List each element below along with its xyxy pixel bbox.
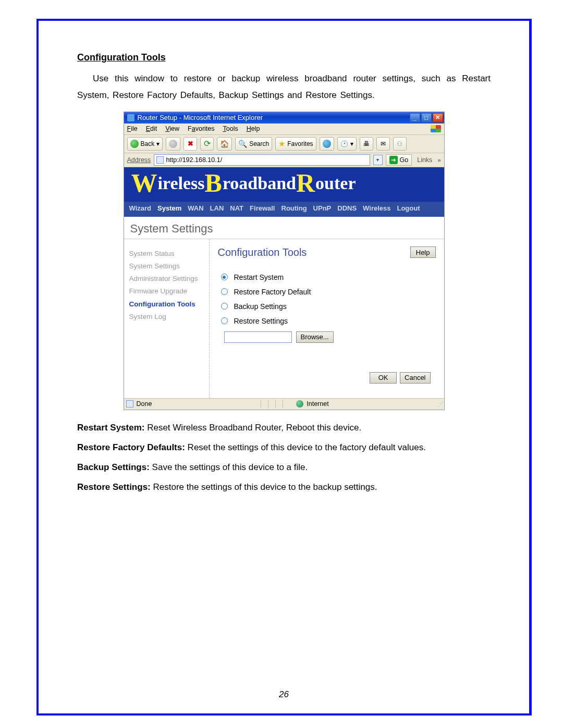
search-button[interactable]: 🔍 Search <box>235 137 272 151</box>
sidebar-item-log[interactable]: System Log <box>129 311 204 323</box>
links-expand-icon[interactable]: » <box>437 157 440 163</box>
option-factory-label: Restore Factory Default <box>234 288 311 296</box>
def-factory-t: Reset the settings of this device to the… <box>185 442 426 452</box>
router-page: W ireless B roadband R outer Wizard Syst… <box>124 167 444 398</box>
menu-file[interactable]: File <box>127 125 138 132</box>
close-button[interactable]: ✕ <box>433 113 443 122</box>
tab-nat[interactable]: NAT <box>230 204 243 212</box>
messenger-icon: ⚇ <box>397 140 402 147</box>
tab-lan[interactable]: LAN <box>210 204 224 212</box>
sidebar-item-admin[interactable]: Administrator Settings <box>129 273 204 285</box>
option-factory[interactable]: Restore Factory Default <box>221 285 436 299</box>
banner-cap-r: R <box>296 172 315 193</box>
browser-window: Router Setup - Microsoft Internet Explor… <box>124 112 445 410</box>
windows-flag-icon <box>431 125 441 132</box>
def-restart-t: Reset Wireless Broadband Router, Reboot … <box>144 423 361 433</box>
back-button[interactable]: Back ▾ <box>127 137 163 151</box>
go-label: Go <box>400 156 409 164</box>
cancel-button[interactable]: Cancel <box>400 372 430 384</box>
links-label[interactable]: Links <box>415 156 434 164</box>
ie-icon <box>127 114 134 121</box>
address-label: Address <box>127 156 151 164</box>
globe-icon <box>296 400 303 408</box>
stop-button[interactable]: ✖ <box>183 137 197 151</box>
radio-restart[interactable] <box>221 274 228 280</box>
history-button[interactable]: 🕑▾ <box>337 137 357 151</box>
sidebar-item-config[interactable]: Configuration Tools <box>129 298 204 311</box>
menu-favorites[interactable]: Favorites <box>188 125 214 132</box>
refresh-button[interactable]: ⟳ <box>200 137 214 151</box>
option-restore[interactable]: Restore Settings <box>221 314 436 328</box>
sidebar-item-firmware[interactable]: Firmware Upgrade <box>129 285 204 298</box>
favorites-button[interactable]: ★ Favorites <box>275 137 316 151</box>
help-button[interactable]: Help <box>410 246 436 258</box>
mail-icon: ✉ <box>381 140 386 147</box>
maximize-button[interactable]: □ <box>421 113 432 122</box>
back-label: Back <box>141 140 155 147</box>
page-heading: System Settings <box>124 217 444 239</box>
status-text: Done <box>137 400 152 408</box>
tab-routing[interactable]: Routing <box>282 204 307 212</box>
address-url: http://192.168.10.1/ <box>166 156 222 164</box>
menu-view[interactable]: View <box>165 125 179 132</box>
mail-button[interactable]: ✉ <box>376 137 390 151</box>
restore-file-input[interactable] <box>224 331 292 343</box>
intro-text: Use this window to restore or backup wir… <box>77 70 491 104</box>
tab-ddns[interactable]: DDNS <box>337 204 357 212</box>
chevron-down-icon: ▾ <box>156 140 160 147</box>
tab-wizard[interactable]: Wizard <box>129 204 152 212</box>
tab-firewall[interactable]: Firewall <box>250 204 275 212</box>
search-icon: 🔍 <box>238 140 247 148</box>
sidebar: System Status System Settings Administra… <box>124 239 210 398</box>
menu-help[interactable]: Help <box>247 125 260 132</box>
forward-button[interactable] <box>166 137 180 151</box>
address-input[interactable]: http://192.168.10.1/ <box>154 154 370 166</box>
forward-icon <box>169 140 177 148</box>
option-restart[interactable]: Restart System <box>221 270 436 285</box>
tab-system[interactable]: System <box>157 204 181 212</box>
toolbar: Back ▾ ✖ ⟳ 🏠 🔍 Search ★ Favorites 🕑▾ 🖶 ✉… <box>124 135 444 153</box>
media-button[interactable] <box>320 137 334 151</box>
option-backup[interactable]: Backup Settings <box>221 299 436 314</box>
go-button[interactable]: ➔ Go <box>386 154 412 166</box>
address-bar: Address http://192.168.10.1/ ▾ ➔ Go Link… <box>124 153 444 167</box>
home-button[interactable]: 🏠 <box>217 137 232 151</box>
status-page-icon <box>126 400 133 408</box>
radio-backup[interactable] <box>221 303 228 310</box>
content-title: Configuration Tools <box>218 246 307 258</box>
section-title: Configuration Tools <box>77 52 491 63</box>
resize-grip-icon: ⋰ <box>438 401 442 407</box>
sidebar-item-settings[interactable]: System Settings <box>129 260 204 273</box>
window-title: Router Setup - Microsoft Internet Explor… <box>138 114 263 121</box>
messenger-button[interactable]: ⚇ <box>393 137 407 151</box>
browse-button[interactable]: Browse... <box>296 331 334 343</box>
print-button[interactable]: 🖶 <box>360 137 373 151</box>
router-nav: Wizard System WAN LAN NAT Firewall Routi… <box>124 202 444 217</box>
address-dropdown-button[interactable]: ▾ <box>373 155 383 165</box>
ok-button[interactable]: OK <box>370 372 397 384</box>
printer-icon: 🖶 <box>363 140 370 147</box>
def-factory-b: Restore Factory Defaults: <box>77 442 185 452</box>
menu-bar: File Edit View Favorites Tools Help <box>124 124 444 135</box>
def-backup-t: Save the settings of this device to a fi… <box>150 462 308 472</box>
menu-tools[interactable]: Tools <box>223 125 238 132</box>
options-group: Restart System Restore Factory Default B… <box>218 270 436 343</box>
tab-logout[interactable]: Logout <box>397 204 420 212</box>
radio-factory[interactable] <box>221 288 228 295</box>
status-bar: Done Internet ⋰ <box>124 398 444 410</box>
menu-edit[interactable]: Edit <box>146 125 157 132</box>
sidebar-item-status[interactable]: System Status <box>129 248 204 260</box>
banner-word-2: roadband <box>223 174 296 193</box>
banner-cap-w: W <box>131 172 157 193</box>
search-label: Search <box>249 140 269 147</box>
go-arrow-icon: ➔ <box>389 156 398 164</box>
tab-upnp[interactable]: UPnP <box>313 204 332 212</box>
minimize-button[interactable]: _ <box>410 113 420 122</box>
tab-wan[interactable]: WAN <box>188 204 203 212</box>
favorites-label: Favorites <box>287 140 313 147</box>
def-restart-b: Restart System: <box>77 423 144 433</box>
history-icon: 🕑 <box>340 140 348 147</box>
tab-wireless[interactable]: Wireless <box>363 204 390 212</box>
radio-restore[interactable] <box>221 317 228 324</box>
option-backup-label: Backup Settings <box>234 302 287 311</box>
